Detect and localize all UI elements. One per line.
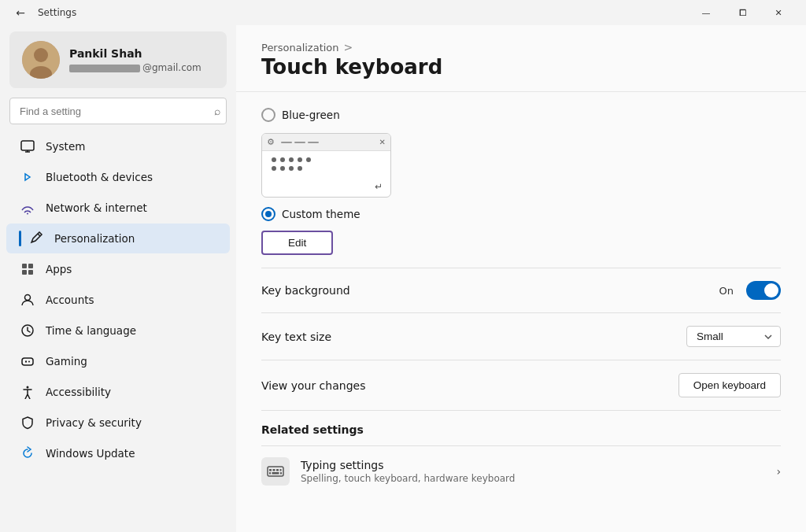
open-keyboard-button[interactable]: Open keyboard (678, 373, 781, 397)
privacy-icon (19, 414, 36, 431)
keyboard-preview: ⚙ ✕ (261, 133, 391, 198)
maximize-button[interactable]: ⧠ (724, 0, 760, 25)
svg-rect-22 (280, 469, 282, 471)
search-container: ⌕ (9, 98, 227, 124)
key-text-size-select[interactable]: Small Medium Large (686, 326, 781, 347)
sidebar-item-system[interactable]: System (6, 131, 230, 161)
email-blur (69, 65, 140, 72)
svg-rect-7 (22, 264, 27, 268)
sidebar-item-label-time: Time & language (46, 324, 136, 337)
email-suffix: @gmail.com (142, 62, 202, 73)
svg-rect-20 (273, 469, 275, 471)
typing-settings-icon (261, 457, 290, 486)
user-profile[interactable]: Pankil Shah @gmail.com (9, 31, 227, 88)
sidebar-item-bluetooth[interactable]: Bluetooth & devices (6, 162, 230, 192)
svg-rect-13 (22, 358, 33, 365)
svg-point-17 (27, 386, 29, 389)
svg-rect-19 (269, 469, 272, 471)
svg-point-16 (28, 361, 30, 363)
view-changes-row: View your changes Open keyboard (261, 360, 781, 411)
personalization-icon (28, 230, 45, 247)
avatar (22, 41, 60, 79)
keyboard-row-1 (272, 157, 381, 162)
sidebar-item-label-apps: Apps (46, 263, 72, 275)
accounts-icon (19, 291, 36, 308)
app-body: Pankil Shah @gmail.com ⌕ (0, 25, 806, 532)
sidebar-item-label-update: Windows Update (46, 447, 135, 460)
sidebar-item-accessibility[interactable]: Accessibility (6, 377, 230, 407)
svg-rect-18 (268, 467, 283, 476)
svg-rect-3 (21, 141, 34, 150)
blue-green-label: Blue-green (282, 109, 340, 121)
custom-theme-row: Custom theme (261, 207, 781, 221)
related-settings-title: Related settings (261, 423, 781, 436)
minimize-button[interactable]: — (688, 0, 724, 25)
typing-settings-desc: Spelling, touch keyboard, hardware keybo… (301, 473, 776, 484)
sidebar-item-label-bluetooth: Bluetooth & devices (46, 171, 153, 183)
custom-theme-label: Custom theme (282, 208, 360, 220)
keyboard-body (262, 151, 390, 177)
sidebar-item-label-network: Network & internet (46, 201, 147, 214)
typing-settings-chevron: › (776, 465, 781, 478)
window-controls: — ⧠ ✕ (688, 0, 797, 25)
sidebar-item-accounts[interactable]: Accounts (6, 285, 230, 315)
svg-rect-23 (269, 472, 271, 475)
related-item-typing[interactable]: Typing settings Spelling, touch keyboard… (261, 445, 781, 497)
sidebar: Pankil Shah @gmail.com ⌕ (0, 25, 236, 532)
keyboard-gear-icon: ⚙ (267, 137, 275, 147)
gaming-icon (19, 353, 36, 370)
back-button[interactable]: ← (9, 2, 31, 24)
view-changes-label: View your changes (261, 379, 365, 392)
page-title: Touch keyboard (261, 55, 781, 79)
search-input[interactable] (9, 98, 227, 124)
titlebar: ← Settings — ⧠ ✕ (0, 0, 806, 25)
edit-button[interactable]: Edit (261, 231, 333, 255)
main-content: Personalization > Touch keyboard Blue-gr… (236, 25, 806, 532)
keyboard-lines (281, 142, 319, 143)
sidebar-item-network[interactable]: Network & internet (6, 193, 230, 223)
breadcrumb: Personalization > (261, 41, 781, 54)
breadcrumb-separator: > (344, 41, 353, 54)
update-icon (19, 445, 36, 462)
key-background-row: Key background On (261, 268, 781, 313)
keyboard-header: ⚙ ✕ (262, 134, 390, 151)
svg-rect-24 (272, 472, 279, 475)
blue-green-option[interactable]: Blue-green (261, 108, 781, 122)
blue-green-radio[interactable] (261, 108, 275, 122)
content-header: Personalization > Touch keyboard (236, 25, 806, 92)
keyboard-row-2 (272, 166, 381, 171)
key-text-size-label: Key text size (261, 331, 331, 343)
breadcrumb-parent[interactable]: Personalization (261, 42, 339, 54)
sidebar-item-personalization[interactable]: Personalization (6, 224, 230, 253)
svg-point-11 (25, 295, 31, 301)
sidebar-item-label-accounts: Accounts (46, 294, 94, 306)
search-icon: ⌕ (214, 105, 220, 117)
svg-rect-25 (280, 472, 282, 475)
sidebar-item-label-privacy: Privacy & security (46, 416, 142, 429)
titlebar-title: Settings (38, 7, 76, 18)
close-button[interactable]: ✕ (760, 0, 797, 25)
svg-point-1 (34, 48, 48, 62)
svg-rect-8 (28, 264, 33, 268)
svg-rect-9 (22, 270, 27, 275)
user-info: Pankil Shah @gmail.com (69, 47, 202, 73)
sidebar-item-windows-update[interactable]: Windows Update (6, 438, 230, 468)
sidebar-item-label-accessibility: Accessibility (46, 386, 111, 398)
user-name: Pankil Shah (69, 47, 202, 60)
time-icon (19, 322, 36, 339)
keyboard-close-icon: ✕ (379, 138, 386, 146)
accessibility-icon (19, 383, 36, 401)
custom-theme-radio[interactable] (261, 207, 275, 221)
sidebar-item-gaming[interactable]: Gaming (6, 346, 230, 376)
toggle-knob (764, 283, 778, 297)
sidebar-item-apps[interactable]: Apps (6, 254, 230, 284)
key-background-toggle[interactable] (746, 281, 781, 300)
system-icon (19, 138, 36, 155)
sidebar-item-privacy[interactable]: Privacy & security (6, 408, 230, 438)
svg-rect-10 (28, 270, 33, 275)
related-settings: Related settings (261, 411, 781, 503)
apps-icon (19, 260, 36, 278)
sidebar-item-time[interactable]: Time & language (6, 316, 230, 345)
network-icon (19, 199, 36, 216)
sidebar-nav: System Bluetooth & devices (0, 131, 236, 469)
